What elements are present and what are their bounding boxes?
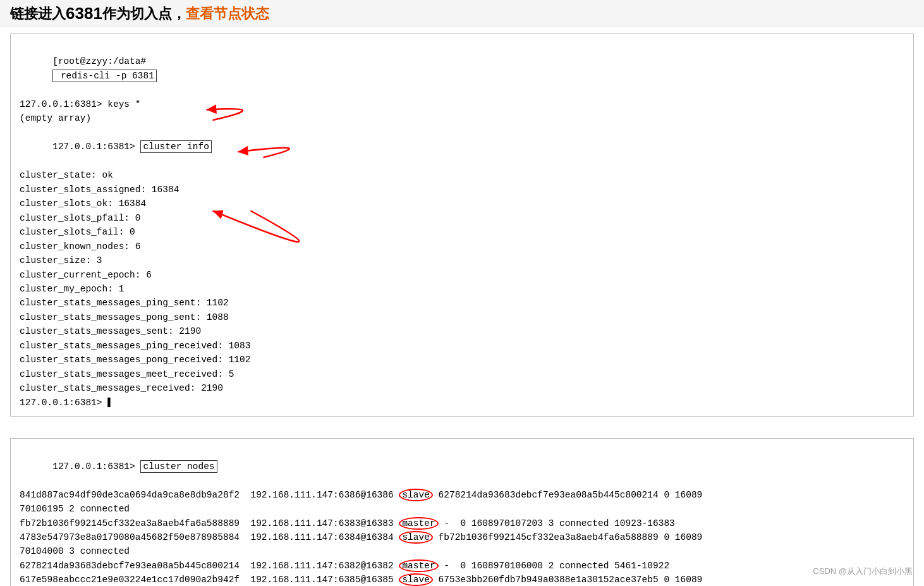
node-row-5: 617e598eabccc21e9e03224e1cc17d090a2b942f… — [20, 573, 904, 586]
cluster-size: cluster_size: 3 — [20, 253, 904, 267]
cmd-cluster-info: cluster info — [140, 140, 211, 153]
panel1-wrapper: [root@zzyy:/data# redis-cli -p 6381 127.… — [10, 34, 914, 417]
spacer — [0, 423, 924, 432]
port-number: 6381 — [66, 4, 102, 23]
cluster-ping-received: cluster_stats_messages_ping_received: 10… — [20, 339, 904, 353]
cluster-sent: cluster_stats_messages_sent: 2190 — [20, 324, 904, 338]
line-1: [root@zzyy:/data# redis-cli -p 6381 — [20, 40, 904, 97]
role-slave-1: slave — [399, 489, 433, 501]
node-row-4: 6278214da93683debcf7e93ea08a5b445c800214… — [20, 559, 904, 573]
line-4: 127.0.0.1:6381> cluster info — [20, 126, 904, 168]
watermark: CSDN @从入门小白到小黑 — [813, 566, 913, 577]
cmd-redis-cli: redis-cli -p 6381 — [52, 70, 157, 82]
prompt-3: 127.0.0.1:6381> — [52, 461, 140, 472]
cluster-my-epoch: cluster_my_epoch: 1 — [20, 282, 904, 296]
prompt-2: 127.0.0.1:6381> — [52, 142, 140, 152]
header-prefix: 链接进入 — [10, 4, 66, 23]
cluster-state: cluster_state: ok — [20, 168, 904, 182]
cluster-slots-assigned: cluster_slots_assigned: 16384 — [20, 183, 904, 197]
line-2: 127.0.0.1:6381> keys * — [20, 97, 904, 111]
cluster-prompt-end: 127.0.0.1:6381> ▌ — [20, 396, 904, 410]
node-row-2: fb72b1036f992145cf332ea3a8aeb4fa6a588889… — [20, 516, 904, 530]
header-suffix: 作为切入点， — [102, 4, 186, 23]
role-slave-2: slave — [399, 531, 433, 544]
cmd-cluster-nodes: cluster nodes — [140, 460, 217, 473]
cluster-slots-ok: cluster_slots_ok: 16384 — [20, 197, 904, 211]
node-row-1b: 70106195 2 connected — [20, 502, 904, 516]
node-row-1: 841d887ac94df90de3ca0694da9ca8e8db9a28f2… — [20, 488, 904, 502]
cluster-nodes-cmd-line: 127.0.0.1:6381> cluster nodes — [20, 445, 904, 487]
role-slave-3: slave — [399, 573, 433, 586]
cluster-ping-sent: cluster_stats_messages_ping_sent: 1102 — [20, 296, 904, 310]
cluster-meet-received: cluster_stats_messages_meet_received: 5 — [20, 367, 904, 381]
cluster-current-epoch: cluster_current_epoch: 6 — [20, 268, 904, 282]
page-header: 链接进入 6381 作为切入点， 查看节点状态 — [0, 0, 924, 27]
prompt-1: [root@zzyy:/data# — [52, 56, 146, 66]
cluster-slots-pfail: cluster_slots_pfail: 0 — [20, 211, 904, 225]
node-row-3b: 70104000 3 connected — [20, 544, 904, 558]
cluster-pong-sent: cluster_stats_messages_pong_sent: 1088 — [20, 310, 904, 324]
cluster-slots-fail: cluster_slots_fail: 0 — [20, 225, 904, 239]
terminal-panel-2: 127.0.0.1:6381> cluster nodes 841d887ac9… — [10, 438, 914, 586]
role-master-2: master — [399, 559, 438, 572]
cluster-known-nodes: cluster_known_nodes: 6 — [20, 240, 904, 253]
role-master-1: master — [399, 517, 438, 530]
cluster-received: cluster_stats_messages_received: 2190 — [20, 381, 904, 395]
panel2-wrapper: 127.0.0.1:6381> cluster nodes 841d887ac9… — [10, 438, 914, 586]
terminal-panel-1: [root@zzyy:/data# redis-cli -p 6381 127.… — [10, 34, 914, 417]
header-link[interactable]: 查看节点状态 — [186, 4, 269, 23]
node-row-3: 4783e547973e8a0179080a45682f50e878985884… — [20, 530, 904, 544]
line-3: (empty array) — [20, 111, 904, 125]
cluster-pong-received: cluster_stats_messages_pong_received: 11… — [20, 353, 904, 367]
